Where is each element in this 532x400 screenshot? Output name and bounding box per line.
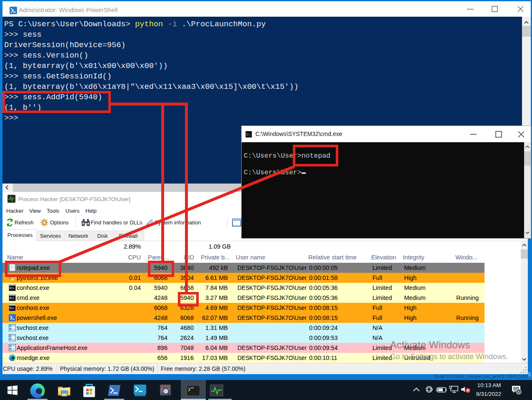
svg-text:C:\.: C:\. [10,297,14,299]
svg-text:C:\.: C:\. [10,307,14,309]
svg-text:5: 5 [518,390,520,394]
svg-text:C:\.: C:\. [10,287,14,289]
svg-text:C:\: C:\ [246,133,251,136]
